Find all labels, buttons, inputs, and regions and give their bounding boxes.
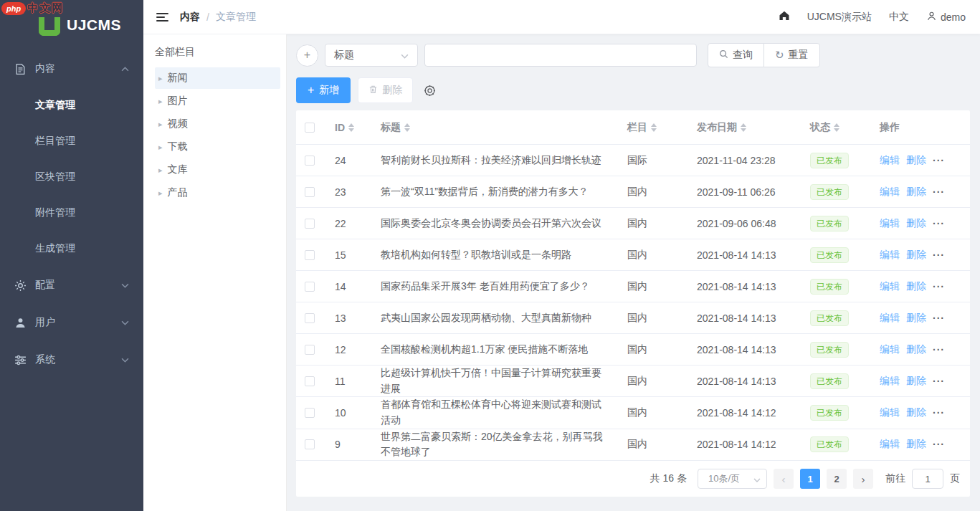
row-checkbox[interactable]	[305, 408, 315, 418]
edit-link[interactable]: 编辑	[880, 438, 900, 451]
cell-id: 13	[335, 312, 381, 324]
more-actions-icon[interactable]: ···	[933, 186, 945, 198]
delete-link[interactable]: 删除	[906, 375, 926, 388]
collapse-menu-icon[interactable]	[156, 11, 168, 24]
delete-link[interactable]: 删除	[906, 217, 926, 230]
column-settings-icon[interactable]	[424, 85, 436, 97]
column-header-date[interactable]: 发布日期	[697, 121, 810, 134]
sort-icons[interactable]	[404, 123, 410, 132]
delete-link[interactable]: 删除	[906, 343, 926, 356]
row-checkbox[interactable]	[305, 282, 315, 292]
edit-link[interactable]: 编辑	[880, 280, 900, 293]
delete-link[interactable]: 删除	[906, 312, 926, 325]
more-actions-icon[interactable]: ···	[933, 281, 945, 292]
page-size-select[interactable]: 10条/页	[698, 469, 767, 489]
caret-right-icon[interactable]: ▸	[158, 188, 163, 198]
edit-link[interactable]: 编辑	[880, 406, 900, 419]
page-button[interactable]: 1	[800, 469, 820, 489]
tree-item[interactable]: ▸ 图片	[155, 90, 280, 112]
more-actions-icon[interactable]: ···	[933, 249, 945, 261]
tree-item[interactable]: ▸ 文库	[155, 159, 280, 181]
row-checkbox[interactable]	[305, 219, 315, 229]
query-button[interactable]: 查询	[708, 43, 764, 67]
edit-link[interactable]: 编辑	[880, 312, 900, 325]
edit-link[interactable]: 编辑	[880, 217, 900, 230]
tree-item[interactable]: ▸ 新闻	[155, 67, 280, 89]
site-link[interactable]: UJCMS演示站	[807, 11, 872, 24]
delete-link[interactable]: 删除	[906, 154, 926, 167]
sidebar-subitem[interactable]: 区块管理	[0, 159, 143, 195]
sidebar-item-content[interactable]: 内容	[0, 50, 143, 87]
row-checkbox[interactable]	[305, 439, 315, 449]
add-filter-button[interactable]: +	[296, 44, 318, 67]
column-header-status[interactable]: 状态	[810, 121, 880, 134]
edit-link[interactable]: 编辑	[880, 186, 900, 199]
cell-id: 10	[335, 407, 381, 419]
cell-title: 全国核酸检测机构超1.1万家 便民措施不断落地	[381, 342, 627, 358]
delete-link[interactable]: 删除	[906, 438, 926, 451]
row-checkbox[interactable]	[305, 376, 315, 386]
delete-link[interactable]: 删除	[906, 280, 926, 293]
tree-item[interactable]: ▸ 产品	[155, 182, 280, 204]
more-actions-icon[interactable]: ···	[933, 218, 945, 229]
sidebar-item-config[interactable]: 配置	[0, 267, 143, 304]
reset-button[interactable]: ↻ 重置	[763, 43, 820, 67]
edit-link[interactable]: 编辑	[880, 154, 900, 167]
chevron-up-icon	[121, 67, 129, 72]
delete-button[interactable]: 删除	[358, 77, 413, 103]
row-checkbox[interactable]	[305, 345, 315, 355]
sort-icons[interactable]	[348, 123, 354, 132]
filter-field-select[interactable]: 标题	[325, 44, 418, 67]
delete-link[interactable]: 删除	[906, 186, 926, 199]
sidebar-subitem[interactable]: 文章管理	[0, 87, 143, 123]
caret-right-icon[interactable]: ▸	[158, 74, 163, 83]
row-checkbox[interactable]	[305, 250, 315, 260]
select-all-checkbox[interactable]	[305, 123, 315, 133]
more-actions-icon[interactable]: ···	[933, 407, 945, 419]
edit-link[interactable]: 编辑	[880, 375, 900, 388]
sidebar-subitem[interactable]: 生成管理	[0, 231, 143, 267]
row-checkbox[interactable]	[305, 187, 315, 197]
row-checkbox[interactable]	[305, 156, 315, 166]
sidebar-item-user[interactable]: 用户	[0, 304, 143, 341]
more-actions-icon[interactable]: ···	[933, 376, 945, 387]
keyword-input[interactable]	[424, 44, 697, 67]
add-button[interactable]: + 新增	[296, 77, 351, 103]
more-actions-icon[interactable]: ···	[933, 344, 945, 355]
caret-right-icon[interactable]: ▸	[158, 166, 163, 175]
more-actions-icon[interactable]: ···	[933, 439, 945, 450]
column-header-category[interactable]: 栏目	[627, 121, 697, 134]
edit-link[interactable]: 编辑	[880, 249, 900, 262]
sidebar-subitem[interactable]: 附件管理	[0, 195, 143, 231]
home-icon[interactable]	[779, 10, 790, 24]
sidebar-subitem[interactable]: 栏目管理	[0, 123, 143, 159]
sidebar-item-label: 配置	[35, 279, 121, 292]
delete-link[interactable]: 删除	[906, 406, 926, 419]
sort-icons[interactable]	[651, 123, 657, 132]
column-header-id[interactable]: ID	[335, 122, 381, 133]
row-checkbox[interactable]	[305, 313, 315, 323]
more-actions-icon[interactable]: ···	[933, 312, 945, 324]
tree-item[interactable]: ▸ 下载	[155, 136, 280, 158]
column-header-title[interactable]: 标题	[381, 120, 627, 135]
goto-page-input[interactable]	[912, 469, 943, 489]
language-switch[interactable]: 中文	[889, 11, 909, 24]
caret-right-icon[interactable]: ▸	[158, 97, 163, 106]
more-actions-icon[interactable]: ···	[933, 155, 945, 166]
sidebar-item-system[interactable]: 系统	[0, 341, 143, 378]
sort-icons[interactable]	[834, 123, 839, 132]
next-page-button[interactable]: ›	[853, 469, 873, 489]
sort-icons[interactable]	[741, 123, 746, 132]
caret-right-icon[interactable]: ▸	[158, 120, 163, 129]
document-icon	[14, 63, 27, 75]
prev-page-button[interactable]: ‹	[774, 469, 794, 489]
breadcrumb-content[interactable]: 内容	[180, 11, 200, 24]
edit-link[interactable]: 编辑	[880, 343, 900, 356]
user-menu[interactable]: demo	[926, 11, 966, 24]
caret-right-icon[interactable]: ▸	[158, 143, 163, 152]
page-button[interactable]: 2	[827, 469, 847, 489]
delete-link[interactable]: 删除	[906, 249, 926, 262]
cell-title: 国际奥委会北京冬奥会协调委员会召开第六次会议	[381, 216, 627, 231]
tree-title[interactable]: 全部栏目	[155, 46, 280, 59]
tree-item[interactable]: ▸ 视频	[155, 113, 280, 135]
